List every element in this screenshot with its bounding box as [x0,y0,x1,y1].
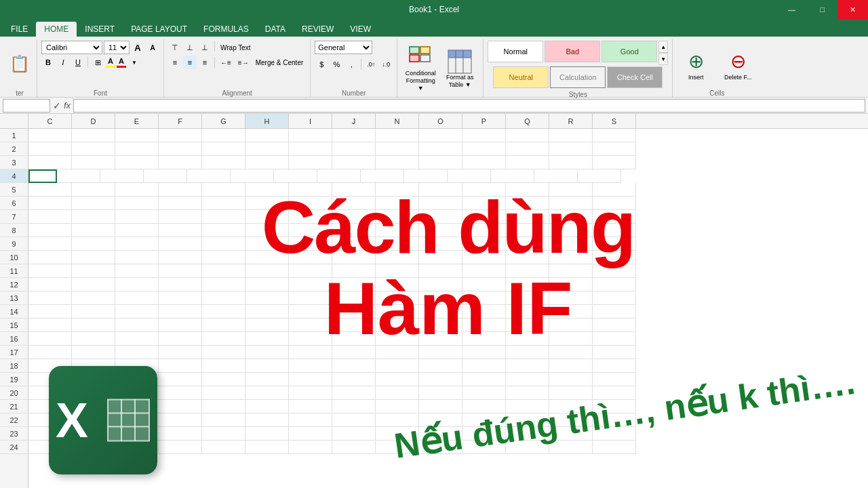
cell-r11-c3[interactable] [159,264,202,278]
cell-r24-c12[interactable] [549,441,593,454]
cell-r13-c9[interactable] [419,291,462,305]
cell-r20-c13[interactable] [593,386,636,400]
cells-area[interactable]: Cách dùng Hàm IF Nếu đúng thì…, nếu k th… [28,129,868,488]
comma-button[interactable]: , [344,58,358,71]
cell-r15-c5[interactable] [245,319,289,332]
cell-r17-c0[interactable] [28,346,72,359]
tab-home[interactable]: HOME [36,22,77,37]
cell-r4-c13[interactable] [578,169,621,183]
cell-r24-c6[interactable] [289,441,332,454]
tab-review[interactable]: REVIEW [294,22,342,37]
cell-r10-c7[interactable] [332,251,376,264]
cell-r23-c7[interactable] [332,427,376,441]
col-header-s[interactable]: S [593,114,636,128]
col-header-o[interactable]: O [419,114,462,128]
cell-r18-c10[interactable] [462,359,506,373]
cell-r2-c0[interactable] [28,142,72,156]
increase-decimal-button[interactable]: .0↑ [364,58,378,71]
cell-r13-c11[interactable] [506,291,549,305]
cell-r12-c12[interactable] [549,278,593,291]
cell-r1-c1[interactable] [72,129,115,142]
cell-r8-c10[interactable] [462,224,506,237]
cell-r20-c11[interactable] [506,386,549,400]
cell-r21-c8[interactable] [376,400,419,413]
cell-r15-c9[interactable] [419,319,462,332]
cell-r2-c5[interactable] [245,142,289,156]
cell-r8-c1[interactable] [72,224,115,237]
cell-r21-c4[interactable] [202,400,245,413]
cell-r4-c5[interactable] [231,169,274,183]
cell-r13-c0[interactable] [28,291,72,305]
cell-r23-c9[interactable] [419,427,462,441]
increase-font-size-button[interactable]: A [131,41,144,54]
cell-r3-c6[interactable] [289,156,332,169]
increase-indent-button[interactable]: ≡→ [235,56,252,69]
cell-r14-c12[interactable] [549,305,593,319]
cell-r2-c10[interactable] [462,142,506,156]
cell-r23-c5[interactable] [245,427,289,441]
cell-r7-c8[interactable] [376,210,419,224]
cell-r20-c12[interactable] [549,386,593,400]
cell-r14-c5[interactable] [245,305,289,319]
cell-r22-c10[interactable] [462,413,506,427]
cell-r9-c4[interactable] [202,237,245,251]
cell-r23-c3[interactable] [159,427,202,441]
cell-r1-c10[interactable] [462,129,506,142]
cell-r14-c11[interactable] [506,305,549,319]
decrease-decimal-button[interactable]: ↓.0 [379,58,393,71]
styles-scroll[interactable]: ▲ ▼ [658,41,668,65]
cell-r6-c9[interactable] [419,197,462,210]
cell-r12-c0[interactable] [28,278,72,291]
formula-fx[interactable]: fx [64,100,71,110]
cell-r17-c11[interactable] [506,346,549,359]
percent-button[interactable]: % [330,58,343,71]
cell-r21-c3[interactable] [159,400,202,413]
cell-r10-c3[interactable] [159,251,202,264]
cell-r2-c8[interactable] [376,142,419,156]
cell-r1-c7[interactable] [332,129,376,142]
cell-r3-c1[interactable] [72,156,115,169]
cell-r11-c8[interactable] [376,264,419,278]
cell-r13-c13[interactable] [593,291,636,305]
name-box[interactable] [3,99,50,113]
cell-r11-c10[interactable] [462,264,506,278]
cell-r7-c5[interactable] [245,210,289,224]
cell-r16-c11[interactable] [506,332,549,346]
style-normal[interactable]: Normal [488,41,543,62]
cell-r14-c3[interactable] [159,305,202,319]
cell-r5-c2[interactable] [115,183,159,197]
decrease-font-size-button[interactable]: A [146,41,159,54]
cell-r11-c0[interactable] [28,264,72,278]
cell-r17-c2[interactable] [115,346,159,359]
decrease-indent-button[interactable]: ←≡ [218,56,234,69]
cell-r10-c8[interactable] [376,251,419,264]
cell-r23-c4[interactable] [202,427,245,441]
cell-r17-c8[interactable] [376,346,419,359]
cell-r16-c13[interactable] [593,332,636,346]
cell-r20-c3[interactable] [159,386,202,400]
align-left-button[interactable]: ≡ [168,56,182,69]
cell-r3-c12[interactable] [549,156,593,169]
cell-r13-c1[interactable] [72,291,115,305]
cell-r4-c12[interactable] [534,169,578,183]
cell-r8-c8[interactable] [376,224,419,237]
cell-r16-c9[interactable] [419,332,462,346]
cell-r10-c10[interactable] [462,251,506,264]
cell-r2-c2[interactable] [115,142,159,156]
cell-r9-c3[interactable] [159,237,202,251]
cell-r12-c10[interactable] [462,278,506,291]
cell-r12-c8[interactable] [376,278,419,291]
cell-r3-c13[interactable] [593,156,636,169]
cell-r7-c13[interactable] [593,210,636,224]
currency-button[interactable]: $ [315,58,328,71]
col-header-d[interactable]: D [72,114,115,128]
cell-r2-c6[interactable] [289,142,332,156]
cell-r7-c12[interactable] [549,210,593,224]
paste-button[interactable]: 📋 [7,57,33,70]
cell-r24-c8[interactable] [376,441,419,454]
align-bottom-button[interactable]: ⊥ [198,41,212,54]
cell-r13-c10[interactable] [462,291,506,305]
cell-r3-c5[interactable] [245,156,289,169]
cell-r18-c4[interactable] [202,359,245,373]
cell-r9-c11[interactable] [506,237,549,251]
